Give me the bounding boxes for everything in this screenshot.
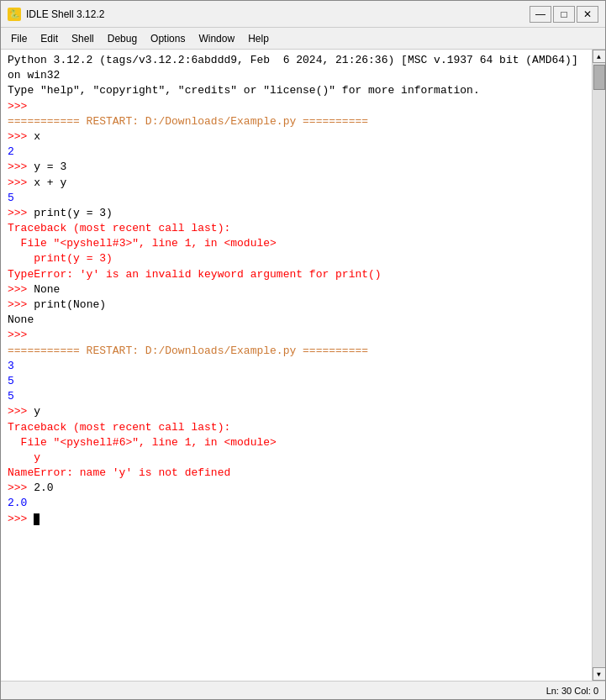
scrollbar[interactable]: ▲ ▼: [592, 50, 605, 681]
shell-area: Python 3.12.2 (tags/v3.12.2:6abddd9, Feb…: [1, 50, 605, 681]
status-bar: Ln: 30 Col: 0: [1, 681, 605, 699]
scroll-up-button[interactable]: ▲: [593, 50, 606, 63]
menu-shell[interactable]: Shell: [65, 31, 101, 46]
menu-edit[interactable]: Edit: [34, 31, 65, 46]
menu-options[interactable]: Options: [144, 31, 192, 46]
scroll-track[interactable]: [593, 63, 606, 667]
window-title: IDLE Shell 3.12.2: [26, 8, 104, 20]
status-text: Ln: 30 Col: 0: [546, 686, 598, 696]
menu-help[interactable]: Help: [241, 31, 276, 46]
menu-debug[interactable]: Debug: [101, 31, 144, 46]
title-bar: 🐍 IDLE Shell 3.12.2 — □ ✕: [1, 1, 605, 28]
scroll-down-button[interactable]: ▼: [593, 667, 606, 681]
scroll-thumb[interactable]: [593, 65, 605, 90]
window-controls: — □ ✕: [530, 6, 598, 23]
idle-shell-window: 🐍 IDLE Shell 3.12.2 — □ ✕ File Edit Shel…: [0, 0, 606, 700]
menu-file[interactable]: File: [4, 31, 34, 46]
maximize-button[interactable]: □: [553, 6, 575, 23]
shell-output[interactable]: Python 3.12.2 (tags/v3.12.2:6abddd9, Feb…: [1, 50, 592, 681]
close-button[interactable]: ✕: [577, 6, 598, 23]
app-icon: 🐍: [8, 8, 21, 21]
minimize-button[interactable]: —: [530, 6, 551, 23]
title-bar-left: 🐍 IDLE Shell 3.12.2: [8, 8, 104, 21]
menu-window[interactable]: Window: [192, 31, 241, 46]
menu-bar: File Edit Shell Debug Options Window Hel…: [1, 28, 605, 50]
